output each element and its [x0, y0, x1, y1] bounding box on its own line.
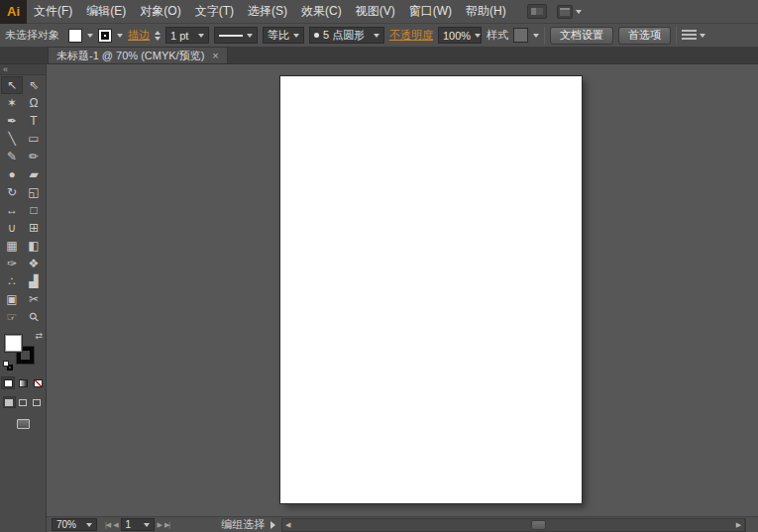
scale-tool[interactable]: ◱: [23, 183, 45, 201]
mesh-tool[interactable]: ▦: [1, 237, 23, 255]
tab-close-icon[interactable]: ×: [212, 51, 218, 61]
draw-normal-button[interactable]: [3, 396, 16, 408]
document-setup-button[interactable]: 文档设置: [550, 27, 613, 45]
pen-tool[interactable]: ✒: [1, 112, 23, 130]
gradient-tool[interactable]: ◧: [23, 237, 45, 255]
arrange-documents-icon[interactable]: [527, 4, 547, 19]
menu-file[interactable]: 文件(F): [27, 0, 79, 23]
color-button[interactable]: [1, 376, 15, 389]
stroke-weight-chevron-icon[interactable]: [198, 34, 204, 38]
rotate-tool[interactable]: ↻: [1, 183, 23, 201]
first-artboard-button[interactable]: |◀: [105, 521, 110, 529]
pencil-tool[interactable]: ✏: [23, 148, 45, 165]
document-tab[interactable]: 未标题-1 @ 70% (CMYK/预览) ×: [48, 47, 228, 63]
app-logo: Ai: [0, 0, 27, 24]
rectangle-tool-icon: ▭: [28, 132, 39, 146]
perspective-grid-tool[interactable]: ⊞: [23, 219, 45, 237]
width-profile-dropdown[interactable]: 等比: [263, 27, 304, 44]
next-artboard-button[interactable]: ▶: [158, 521, 162, 529]
draw-behind-button[interactable]: [17, 396, 30, 408]
stroke-panel-link[interactable]: 描边: [128, 28, 150, 43]
stroke-weight-field[interactable]: 1 pt: [165, 27, 209, 44]
hand-tool[interactable]: ☞: [1, 308, 23, 326]
menu-object[interactable]: 对象(O): [133, 0, 187, 23]
brush-dropdown[interactable]: 5 点圆形: [309, 27, 384, 44]
magic-wand-tool[interactable]: ✶: [1, 94, 23, 112]
blend-tool[interactable]: ❖: [23, 255, 45, 272]
menu-select[interactable]: 选择(S): [241, 0, 294, 23]
artboard[interactable]: [280, 76, 582, 503]
width-tool-icon: ↔: [6, 203, 18, 217]
fill-swatch[interactable]: [5, 335, 22, 352]
rectangle-tool[interactable]: ▭: [23, 130, 45, 148]
blob-brush-tool-icon: ●: [8, 167, 15, 181]
horizontal-scrollbar[interactable]: ◀ ▶: [281, 518, 745, 532]
menu-window[interactable]: 窗口(W): [402, 0, 459, 23]
stroke-color-swatch[interactable]: [98, 29, 112, 43]
free-transform-tool[interactable]: □: [23, 201, 45, 219]
screen-mode-button[interactable]: [13, 417, 33, 431]
type-tool[interactable]: T: [23, 112, 45, 130]
scrollbar-track[interactable]: [293, 519, 733, 531]
zoom-value: 70%: [56, 519, 76, 530]
menu-help[interactable]: 帮助(H): [459, 0, 513, 23]
opacity-chevron-icon: [475, 34, 481, 38]
current-tool-status: 编组选择: [221, 517, 265, 532]
zoom-tool[interactable]: ⚲: [23, 308, 45, 326]
scroll-left-icon[interactable]: ◀: [282, 521, 293, 529]
artboard-tool[interactable]: ▣: [1, 290, 23, 308]
stroke-chevron-icon[interactable]: [117, 34, 123, 38]
draw-inside-button[interactable]: [31, 396, 44, 408]
menu-type[interactable]: 文字(T): [188, 0, 241, 23]
eyedropper-tool[interactable]: ✑: [1, 255, 23, 272]
stepper-up-icon[interactable]: [155, 31, 161, 35]
brush-name: 5 点圆形: [323, 28, 365, 43]
none-button[interactable]: [31, 376, 45, 389]
opacity-field[interactable]: 100%: [438, 27, 482, 44]
scrollbar-thumb[interactable]: [531, 520, 546, 530]
pasteboard[interactable]: [47, 64, 758, 516]
selection-tool[interactable]: ↖: [1, 76, 23, 94]
menu-edit[interactable]: 编辑(E): [79, 0, 133, 23]
width-tool[interactable]: ↔: [1, 201, 23, 219]
control-panel-menu[interactable]: [682, 30, 705, 41]
collapse-panel-chevron[interactable]: «: [0, 64, 46, 75]
zoom-dropdown[interactable]: 70%: [52, 518, 97, 531]
last-artboard-button[interactable]: ▶|: [164, 521, 169, 529]
stepper-down-icon[interactable]: [155, 37, 161, 41]
stroke-style-dropdown[interactable]: [214, 27, 258, 44]
slice-tool-icon: ✂: [29, 292, 39, 306]
shape-builder-tool[interactable]: ∪: [1, 219, 23, 237]
blend-tool-icon: ❖: [29, 257, 40, 270]
paintbrush-tool[interactable]: ✎: [1, 148, 23, 165]
gradient-button[interactable]: [16, 376, 30, 389]
tool-grid: ↖ ⇖ ✶ Ω ✒ T ╲ ▭ ✎ ✏ ● ▰ ↻ ◱ ↔ □ ∪ ⊞ ▦ ◧: [1, 76, 45, 326]
fill-chevron-icon[interactable]: [87, 34, 93, 38]
pen-tool-icon: ✒: [7, 114, 17, 128]
style-chevron-icon[interactable]: [533, 34, 539, 38]
scroll-right-icon[interactable]: ▶: [733, 521, 744, 529]
stroke-weight-stepper[interactable]: [155, 31, 161, 41]
slice-tool[interactable]: ✂: [23, 290, 45, 308]
workspace: « ↖ ⇖ ✶ Ω ✒ T ╲ ▭ ✎ ✏ ● ▰ ↻ ◱ ↔ □ ∪ ⊞ ▦: [0, 64, 758, 532]
previous-artboard-button[interactable]: ◀: [113, 521, 117, 529]
preferences-button[interactable]: 首选项: [618, 27, 671, 45]
artboard-number-field[interactable]: 1: [121, 518, 155, 531]
line-segment-tool[interactable]: ╲: [1, 130, 23, 148]
swap-fill-stroke-icon[interactable]: ⇄: [35, 331, 43, 341]
workspace-switcher[interactable]: [557, 5, 582, 19]
symbol-sprayer-tool[interactable]: ∴: [1, 272, 23, 290]
blob-brush-tool[interactable]: ●: [1, 165, 23, 183]
column-graph-tool[interactable]: ▟: [23, 272, 45, 290]
menu-view[interactable]: 视图(V): [349, 0, 402, 23]
fill-color-swatch[interactable]: [68, 29, 82, 43]
menu-effect[interactable]: 效果(C): [294, 0, 349, 23]
opacity-panel-link[interactable]: 不透明度: [389, 28, 433, 43]
style-swatch[interactable]: [513, 28, 528, 43]
eraser-tool[interactable]: ▰: [23, 165, 45, 183]
document-tab-bar: 未标题-1 @ 70% (CMYK/预览) ×: [0, 48, 758, 64]
direct-selection-tool[interactable]: ⇖: [23, 76, 45, 94]
status-flyout-arrow[interactable]: [271, 521, 275, 529]
lasso-tool[interactable]: Ω: [23, 94, 45, 112]
default-fill-stroke-icon[interactable]: [3, 361, 13, 371]
